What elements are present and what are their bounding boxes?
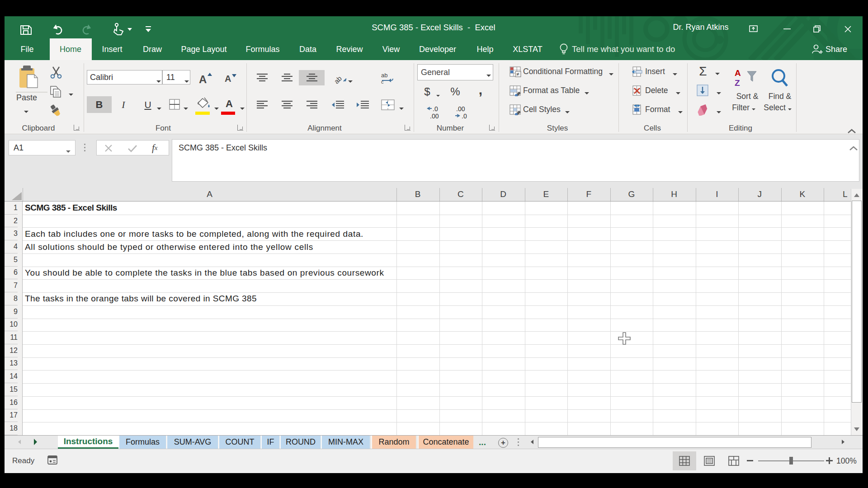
svg-text:≠: ≠ [516, 71, 519, 77]
svg-text:.00: .00 [430, 113, 439, 120]
svg-text:.00: .00 [456, 105, 465, 113]
svg-text:.0: .0 [433, 105, 438, 113]
svg-text:Z: Z [735, 78, 740, 88]
svg-text:A: A [735, 68, 741, 78]
svg-text:.0: .0 [462, 113, 467, 120]
svg-text:ab: ab [334, 75, 343, 85]
svg-text:ab: ab [381, 72, 387, 79]
svg-text:c: c [381, 79, 384, 84]
